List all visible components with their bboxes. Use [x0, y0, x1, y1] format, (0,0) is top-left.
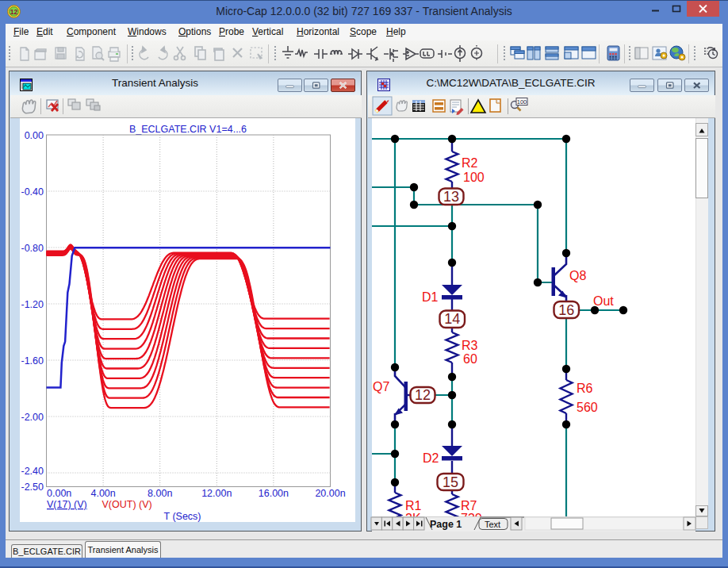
- svg-text:-1.20: -1.20: [21, 299, 44, 310]
- svg-text:-0.80: -0.80: [21, 243, 44, 254]
- svg-text:-2.40: -2.40: [21, 466, 44, 477]
- svg-text:T (Secs): T (Secs): [164, 511, 201, 522]
- svg-text:V(OUT) (V): V(OUT) (V): [102, 499, 152, 510]
- svg-text:V(17) (V): V(17) (V): [47, 499, 87, 510]
- svg-text:16.00n: 16.00n: [259, 488, 289, 499]
- svg-text:-2.50: -2.50: [21, 482, 44, 493]
- svg-text:-1.60: -1.60: [21, 355, 44, 367]
- svg-text:8.00n: 8.00n: [148, 488, 172, 499]
- svg-text:Text: Text: [485, 520, 500, 529]
- svg-text:-2.00: -2.00: [21, 412, 44, 423]
- svg-text:0.00n: 0.00n: [47, 488, 71, 499]
- svg-text:B_ECLGATE.CIR V1=4...6: B_ECLGATE.CIR V1=4...6: [129, 124, 247, 135]
- svg-text:20.00n: 20.00n: [315, 488, 345, 499]
- svg-text:-0.40: -0.40: [21, 186, 44, 198]
- svg-text:Page 1: Page 1: [430, 519, 462, 530]
- svg-text:12.00n: 12.00n: [201, 488, 232, 499]
- svg-text:4.00n: 4.00n: [90, 488, 115, 499]
- svg-text:0.00: 0.00: [25, 130, 44, 141]
